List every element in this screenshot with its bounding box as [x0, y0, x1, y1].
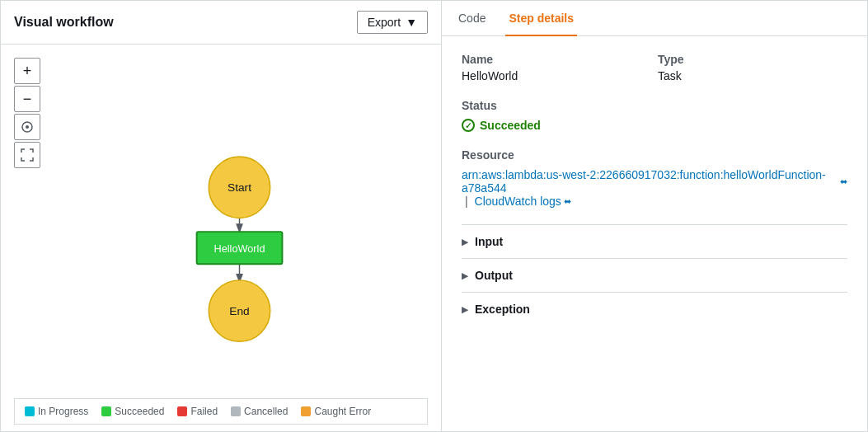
tabs: Code Step details: [442, 1, 867, 36]
cloudwatch-label: CloudWatch logs: [475, 195, 561, 208]
output-chevron-icon: ▶: [462, 271, 468, 280]
svg-text:Start: Start: [228, 181, 251, 194]
cancelled-label: Cancelled: [244, 406, 288, 417]
workflow-legend: In Progress Succeeded Failed Cancelled C…: [14, 398, 428, 425]
input-label: Input: [475, 235, 503, 248]
name-label: Name: [462, 53, 651, 66]
cloudwatch-external-icon: ⬌: [564, 196, 571, 207]
svg-text:HelloWorld: HelloWorld: [214, 242, 265, 255]
workflow-diagram: Start HelloWorld End: [1, 45, 441, 392]
step-details-content: Name HelloWorld Type Task Status ✓ Succe…: [442, 36, 867, 431]
input-section: ▶ Input: [462, 224, 847, 258]
external-link-icon: ⬌: [840, 176, 847, 187]
status-section: Status ✓ Succeeded: [462, 99, 847, 132]
pipe-separator: |: [465, 195, 468, 208]
type-section: Type Task: [658, 53, 847, 82]
export-button[interactable]: Export ▼: [357, 11, 428, 34]
svg-text:End: End: [229, 305, 249, 317]
resource-links: arn:aws:lambda:us-west-2:226660917032:fu…: [462, 168, 847, 208]
input-header[interactable]: ▶ Input: [462, 235, 847, 248]
exception-header[interactable]: ▶ Exception: [462, 303, 847, 316]
type-value: Task: [658, 69, 847, 82]
failed-dot: [177, 406, 187, 416]
status-value: ✓ Succeeded: [462, 119, 847, 132]
zoom-reset-button[interactable]: [14, 114, 40, 140]
in-progress-label: In Progress: [38, 406, 88, 417]
type-label: Type: [658, 53, 847, 66]
zoom-fit-button[interactable]: [14, 142, 40, 168]
exception-section: ▶ Exception: [462, 292, 847, 326]
resource-label: Resource: [462, 148, 847, 162]
zoom-controls: + −: [14, 58, 40, 168]
right-panel: Code Step details Name HelloWorld Type T…: [442, 1, 867, 431]
export-label: Export: [368, 16, 401, 29]
exception-label: Exception: [475, 303, 530, 316]
zoom-out-button[interactable]: −: [14, 86, 40, 112]
legend-succeeded: Succeeded: [101, 406, 164, 417]
tab-code[interactable]: Code: [455, 2, 489, 36]
caught-error-dot: [301, 406, 311, 416]
caught-error-label: Caught Error: [314, 406, 371, 417]
left-panel: Visual workflow Export ▼ + −: [1, 1, 442, 431]
fit-icon: [21, 148, 34, 162]
output-section: ▶ Output: [462, 258, 847, 292]
workflow-area: + −: [1, 45, 441, 392]
name-type-grid: Name HelloWorld Type Task: [462, 53, 847, 82]
exception-chevron-icon: ▶: [462, 305, 468, 314]
name-value: HelloWorld: [462, 69, 651, 82]
resource-section: Resource arn:aws:lambda:us-west-2:226660…: [462, 148, 847, 208]
output-header[interactable]: ▶ Output: [462, 269, 847, 282]
svg-point-1: [26, 125, 29, 129]
legend-failed: Failed: [177, 406, 218, 417]
target-icon: [21, 120, 34, 134]
tab-step-details[interactable]: Step details: [505, 2, 577, 36]
cloudwatch-link[interactable]: CloudWatch logs ⬌: [475, 195, 571, 208]
check-circle-icon: ✓: [462, 119, 475, 132]
legend-caught-error: Caught Error: [301, 406, 371, 417]
failed-label: Failed: [190, 406, 218, 417]
export-dropdown-icon: ▼: [406, 16, 417, 29]
legend-in-progress: In Progress: [25, 406, 88, 417]
cancelled-dot: [231, 406, 241, 416]
status-label: Status: [462, 99, 847, 112]
output-label: Output: [475, 269, 513, 282]
succeeded-dot: [101, 406, 111, 416]
input-chevron-icon: ▶: [462, 237, 468, 247]
zoom-in-button[interactable]: +: [14, 58, 40, 84]
resource-arn-text: arn:aws:lambda:us-west-2:226660917032:fu…: [462, 168, 838, 195]
legend-cancelled: Cancelled: [231, 406, 288, 417]
name-section: Name HelloWorld: [462, 53, 651, 82]
in-progress-dot: [25, 406, 35, 416]
resource-arn-link[interactable]: arn:aws:lambda:us-west-2:226660917032:fu…: [462, 168, 847, 195]
succeeded-text: Succeeded: [480, 119, 541, 132]
left-header: Visual workflow Export ▼: [1, 1, 441, 45]
succeeded-label: Succeeded: [115, 406, 164, 417]
visual-workflow-title: Visual workflow: [14, 15, 114, 30]
